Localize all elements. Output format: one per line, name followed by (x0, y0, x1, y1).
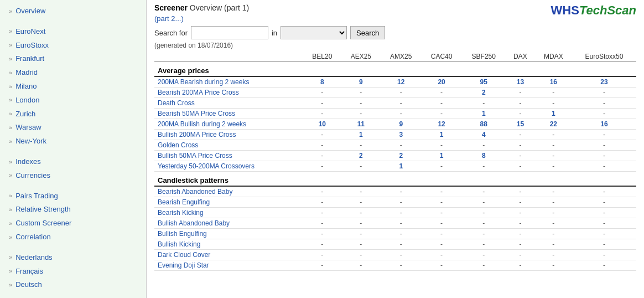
sidebar-item-madrid[interactable]: »Madrid (0, 66, 146, 80)
market-select[interactable] (281, 26, 347, 39)
row-label-bearish-abandoned-baby[interactable]: Bearish Abandoned Baby (154, 186, 303, 197)
arrow-icon: » (9, 157, 12, 167)
sidebar-item-overview[interactable]: » Overview (0, 4, 146, 18)
sidebar-item-indexes[interactable]: »Indexes (0, 155, 146, 169)
cell-value: - (506, 197, 535, 208)
sidebar-item-new-york[interactable]: »New-York (0, 135, 146, 148)
sidebar-item-frankfurt[interactable]: »Frankfurt (0, 52, 146, 66)
cell-value: 9 (381, 119, 422, 130)
cell-value: - (303, 208, 341, 218)
sidebar-item-euronext[interactable]: »EuroNext (0, 25, 146, 39)
sidebar-item-currencies[interactable]: »Currencies (0, 169, 146, 183)
cell-value: 23 (572, 76, 636, 88)
cell-value: - (462, 186, 506, 197)
cell-value: - (341, 229, 381, 239)
col-header-eurostoxx50: EuroStoxx50 (572, 52, 636, 62)
sidebar-item-de[interactable]: »Deutsch (0, 278, 146, 292)
arrow-icon: » (9, 68, 12, 78)
sidebar-item-fr[interactable]: »Français (0, 265, 146, 279)
cell-value: 1 (422, 130, 462, 140)
cell-value: 10 (303, 119, 341, 130)
sidebar-item-nl[interactable]: »Nederlands (0, 251, 146, 265)
row-label-bullish-50ma-price-cross[interactable]: Bullish 50MA Price Cross (154, 151, 303, 161)
table-row: Yesterday 50-200MA Crossovers--1----- (154, 161, 636, 172)
sidebar-item-correlation[interactable]: »Correlation (0, 230, 146, 244)
row-label-yesterday-50-200ma-crossovers[interactable]: Yesterday 50-200MA Crossovers (154, 161, 303, 172)
logo-techscan: TechScan (579, 3, 636, 18)
cell-value: - (506, 109, 535, 119)
row-label-bearish-50ma-price-cross[interactable]: Bearish 50MA Price Cross (154, 109, 303, 119)
row-label-200ma-bullish-during-2-weeks[interactable]: 200MA Bullish during 2 weeks (154, 119, 303, 130)
arrow-icon: » (9, 219, 12, 229)
cell-value: - (381, 260, 422, 271)
sidebar-item-relative-strength[interactable]: »Relative Strength (0, 203, 146, 217)
part2-link[interactable]: (part 2...) (154, 14, 184, 23)
col-header-bel20: BEL20 (303, 52, 341, 62)
cell-value: 4 (462, 130, 506, 140)
row-label-bullish-engulfing[interactable]: Bullish Engulfing (154, 229, 303, 239)
cell-value: 2 (381, 151, 422, 161)
cell-value: - (572, 109, 636, 119)
cell-value: - (535, 239, 572, 250)
cell-value: - (572, 208, 636, 218)
row-label-bearish-kicking[interactable]: Bearish Kicking (154, 208, 303, 218)
sidebar-item-london[interactable]: »London (0, 94, 146, 107)
cell-value: - (422, 109, 462, 119)
cell-value: - (572, 250, 636, 260)
cell-value: 15 (506, 119, 535, 130)
row-label-golden-cross[interactable]: Golden Cross (154, 140, 303, 151)
cell-value: 2 (341, 151, 381, 161)
cell-value: - (303, 98, 341, 109)
table-row: Bullish 50MA Price Cross-2218--- (154, 151, 636, 161)
row-label-dark-cloud-cover[interactable]: Dark Cloud Cover (154, 250, 303, 260)
arrow-icon: » (9, 123, 12, 133)
arrow-icon: » (9, 82, 12, 92)
search-input[interactable] (191, 26, 268, 39)
arrow-icon: » (9, 191, 12, 201)
cell-value: - (381, 229, 422, 239)
row-label-bullish-kicking[interactable]: Bullish Kicking (154, 239, 303, 250)
sidebar-item-eurostoxx[interactable]: »EuroStoxx (0, 39, 146, 53)
cell-value: 3 (381, 130, 422, 140)
arrow-icon: » (9, 40, 12, 50)
cell-value: - (303, 130, 341, 140)
sidebar-item-pairs-trading[interactable]: »Pairs Trading (0, 189, 146, 203)
sidebar-item-milano[interactable]: »Milano (0, 80, 146, 94)
logo-whs: WHS (551, 3, 579, 18)
table-row: Bullish Abandoned Baby-------- (154, 218, 636, 229)
arrow-icon: » (9, 205, 12, 215)
sidebar-item-warsaw[interactable]: »Warsaw (0, 121, 146, 135)
search-button[interactable]: Search (350, 26, 385, 39)
cell-value: - (535, 88, 572, 98)
row-label-200ma-bearish-during-2-weeks[interactable]: 200MA Bearish during 2 weeks (154, 76, 303, 88)
search-bar: Search for in Search (154, 26, 636, 39)
cell-value: - (341, 186, 381, 197)
row-label-bearish-engulfing[interactable]: Bearish Engulfing (154, 197, 303, 208)
cell-value: - (535, 208, 572, 218)
sidebar-item-zurich[interactable]: »Zurich (0, 107, 146, 121)
cell-value: - (303, 260, 341, 271)
cell-value: - (422, 88, 462, 98)
table-row: Bullish Kicking-------- (154, 239, 636, 250)
cell-value: - (303, 161, 341, 172)
cell-value: - (341, 161, 381, 172)
cell-value: - (381, 250, 422, 260)
arrow-icon: » (9, 54, 12, 64)
cell-value: 9 (341, 76, 381, 88)
row-label-bullish-200ma-price-cross[interactable]: Bullish 200MA Price Cross (154, 130, 303, 140)
sidebar-item-custom-screener[interactable]: »Custom Screener (0, 217, 146, 230)
col-header-mdax: MDAX (535, 52, 572, 62)
row-label-evening-doji-star[interactable]: Evening Doji Star (154, 260, 303, 271)
col-header-aex25: AEX25 (341, 52, 381, 62)
cell-value: - (303, 186, 341, 197)
table-row: Bearish 50MA Price Cross----1-1- (154, 109, 636, 119)
row-label-bearish-200ma-price-cross[interactable]: Bearish 200MA Price Cross (154, 88, 303, 98)
arrow-icon: » (9, 7, 12, 17)
cell-value: - (572, 98, 636, 109)
cell-value: - (422, 229, 462, 239)
row-label-death-cross[interactable]: Death Cross (154, 98, 303, 109)
cell-value: - (341, 109, 381, 119)
row-label-bullish-abandoned-baby[interactable]: Bullish Abandoned Baby (154, 218, 303, 229)
cell-value: - (506, 250, 535, 260)
table-row: Dark Cloud Cover-------- (154, 250, 636, 260)
